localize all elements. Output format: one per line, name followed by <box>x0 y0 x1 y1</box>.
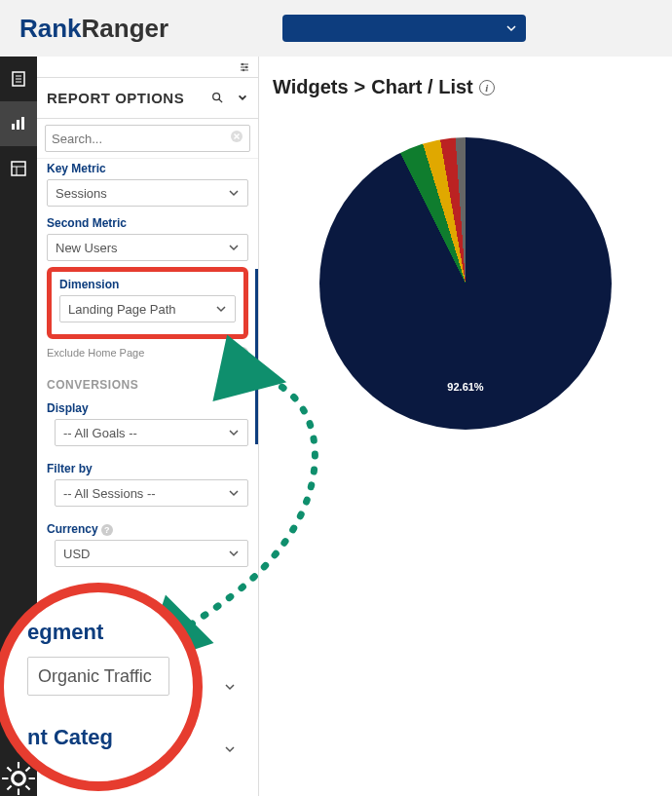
search-icon[interactable] <box>211 90 223 106</box>
dimension-label: Dimension <box>59 278 236 291</box>
chevron-down-icon <box>228 548 240 559</box>
chevron-down-icon <box>228 427 240 438</box>
layout-icon <box>10 160 27 177</box>
segment-value: Organic Traffic <box>38 666 152 687</box>
svg-point-14 <box>242 62 243 64</box>
currency-value: USD <box>63 547 90 561</box>
category-select-chevron[interactable] <box>219 739 241 760</box>
svg-line-18 <box>219 99 222 102</box>
top-bar: RankRanger <box>0 0 672 57</box>
currency-label: Currency? <box>47 522 248 536</box>
rail-item-chart[interactable] <box>0 101 37 146</box>
display-value: -- All Goals -- <box>63 426 137 440</box>
logo-part-ranger: Ranger <box>82 14 169 43</box>
content-category-label: nt Categ <box>27 725 169 750</box>
crumb-root[interactable]: Widgets <box>273 76 349 98</box>
segment-label: egment <box>27 620 169 645</box>
svg-point-15 <box>245 65 247 67</box>
zoom-callout: egment Organic Traffic nt Categ <box>0 583 203 791</box>
svg-rect-6 <box>21 117 24 130</box>
active-section-indicator <box>255 269 258 444</box>
chevron-down-icon <box>228 487 240 499</box>
logo: RankRanger <box>19 14 168 44</box>
help-icon[interactable]: ? <box>101 524 113 536</box>
panel-title: REPORT OPTIONS <box>47 90 184 106</box>
logo-part-rank: Rank <box>19 14 82 43</box>
filter-value: -- All Sessions -- <box>63 486 156 501</box>
svg-point-16 <box>243 68 244 70</box>
crumb-sep: > <box>355 76 366 98</box>
dimension-value: Landing Page Path <box>68 302 176 317</box>
filter-select[interactable]: -- All Sessions -- <box>55 479 248 507</box>
segment-select[interactable]: Organic Traffic <box>27 657 169 696</box>
conversions-header: CONVERSIONS <box>47 378 248 392</box>
svg-point-17 <box>213 94 220 100</box>
collapse-icon[interactable] <box>237 90 248 106</box>
breadcrumb: Widgets > Chart / List i <box>273 76 658 98</box>
dimension-select[interactable]: Landing Page Path <box>59 295 236 322</box>
currency-select[interactable]: USD <box>55 540 248 567</box>
key-metric-label: Key Metric <box>47 162 248 175</box>
svg-rect-4 <box>12 124 15 130</box>
clear-icon[interactable] <box>230 130 243 147</box>
pie-primary-label: 92.61% <box>319 381 612 393</box>
search-input-wrap[interactable] <box>45 125 250 152</box>
document-icon <box>10 70 27 88</box>
panel-sliders-button[interactable] <box>37 57 258 78</box>
filter-label: Filter by <box>47 462 248 475</box>
key-metric-select[interactable]: Sessions <box>47 179 248 207</box>
sliders-icon <box>239 61 250 73</box>
zoom-side-chevrons <box>219 676 241 760</box>
dimension-highlight: Dimension Landing Page Path <box>47 267 248 339</box>
info-icon[interactable]: i <box>479 80 495 95</box>
main-area: Widgets > Chart / List i 92.61% <box>259 57 672 796</box>
display-select[interactable]: -- All Goals -- <box>55 419 248 446</box>
second-metric-select[interactable]: New Users <box>47 234 248 261</box>
bar-chart-icon <box>10 115 27 133</box>
exclude-home-toggle[interactable] <box>225 347 248 359</box>
key-metric-value: Sessions <box>56 186 107 201</box>
panel-title-row: REPORT OPTIONS <box>37 78 258 119</box>
svg-point-10 <box>13 773 25 785</box>
svg-rect-5 <box>17 120 19 130</box>
exclude-home-label: Exclude Home Page <box>47 347 144 359</box>
second-metric-value: New Users <box>56 241 118 255</box>
caret-down-icon <box>506 19 516 37</box>
chevron-down-icon <box>228 242 240 253</box>
top-dropdown[interactable] <box>282 15 526 42</box>
chevron-down-icon <box>228 187 240 199</box>
pie-chart[interactable]: 92.61% <box>319 137 612 430</box>
display-label: Display <box>47 401 248 415</box>
chevron-down-icon <box>224 743 236 755</box>
rail-item-layout[interactable] <box>0 146 37 191</box>
chevron-down-icon <box>215 303 227 315</box>
chevron-down-icon <box>224 681 236 693</box>
second-metric-label: Second Metric <box>47 216 248 230</box>
search-input[interactable] <box>52 132 230 146</box>
rail-item-doc[interactable] <box>0 57 37 101</box>
exclude-home-row: Exclude Home Page <box>47 347 248 359</box>
segment-select-chevron[interactable] <box>219 676 241 698</box>
svg-rect-7 <box>12 162 25 175</box>
crumb-leaf: Chart / List <box>371 76 472 98</box>
